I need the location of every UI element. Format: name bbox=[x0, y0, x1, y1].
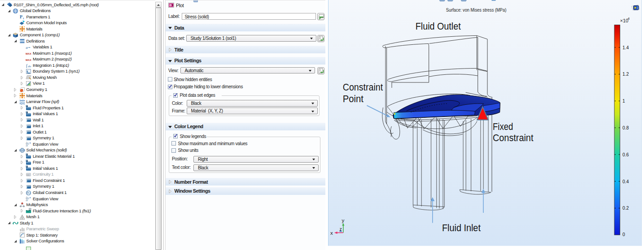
svg-text:Point: Point bbox=[343, 94, 364, 104]
svg-text:0.4: 0.4 bbox=[622, 179, 629, 184]
svg-text:du: du bbox=[28, 65, 31, 68]
svg-text:×10: ×10 bbox=[620, 18, 629, 23]
svg-text:P: P bbox=[26, 111, 28, 113]
svg-text:4: 4 bbox=[628, 17, 630, 21]
svg-text:Surface: von Mises stress (MPa: Surface: von Mises stress (MPa) bbox=[446, 7, 507, 13]
svg-text:0.2: 0.2 bbox=[622, 206, 629, 211]
svg-text:MAX: MAX bbox=[26, 52, 31, 55]
svg-text:Constraint: Constraint bbox=[493, 133, 533, 143]
svg-text:P: P bbox=[26, 154, 28, 156]
svg-text:Fluid Outlet: Fluid Outlet bbox=[416, 21, 461, 32]
svg-text:∫: ∫ bbox=[26, 63, 28, 69]
svg-text:P: P bbox=[26, 159, 28, 162]
svg-text:R: R bbox=[27, 191, 29, 194]
svg-text:0.6: 0.6 bbox=[622, 152, 629, 157]
svg-text:0: 0 bbox=[622, 232, 625, 237]
svg-text:P: P bbox=[20, 14, 22, 19]
svg-text:a=: a= bbox=[26, 45, 31, 50]
svg-text:∂t: ∂t bbox=[26, 144, 28, 147]
svg-text:y: y bbox=[342, 218, 345, 223]
svg-text:z: z bbox=[340, 226, 342, 232]
svg-text:Constraint: Constraint bbox=[343, 82, 383, 93]
svg-text:1: 1 bbox=[622, 99, 625, 103]
svg-text:P: P bbox=[26, 166, 28, 168]
svg-text:x: x bbox=[330, 230, 333, 236]
svg-text:1.2: 1.2 bbox=[622, 72, 629, 77]
svg-text:P: P bbox=[26, 105, 28, 107]
svg-text:Fluid Inlet: Fluid Inlet bbox=[442, 223, 481, 233]
svg-text:Fixed: Fixed bbox=[493, 121, 513, 132]
svg-text:1.4: 1.4 bbox=[622, 45, 629, 50]
svg-text:MAX: MAX bbox=[26, 58, 31, 61]
svg-text:oo: oo bbox=[27, 173, 30, 176]
svg-text:0.8: 0.8 bbox=[622, 125, 629, 130]
svg-text:i: i bbox=[23, 17, 24, 20]
